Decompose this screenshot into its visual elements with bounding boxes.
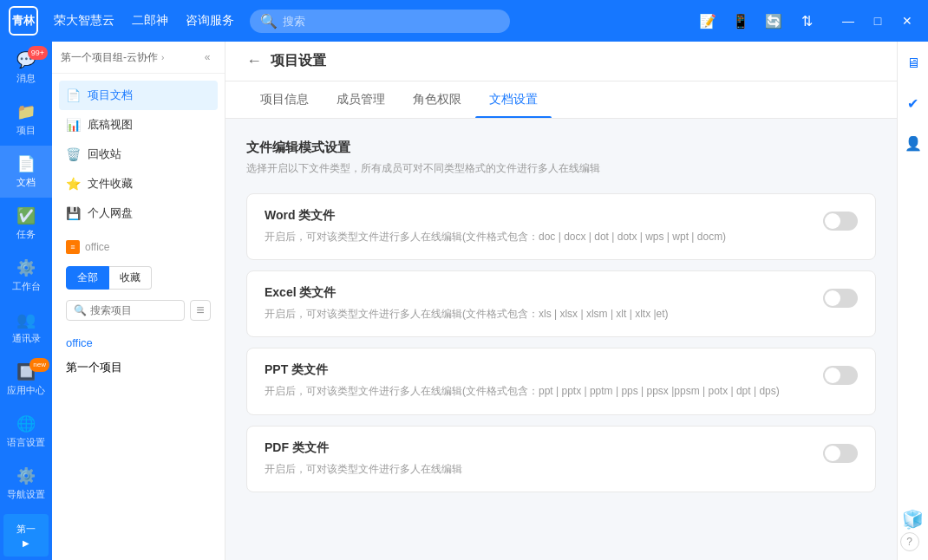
sidebar-item-doc[interactable]: 📄 文档 bbox=[0, 146, 52, 198]
pdf-card-content: PDF 类文件 开启后，可对该类型文件进行多人在线编辑 bbox=[265, 440, 813, 478]
list-item-first-project[interactable]: 第一个项目 bbox=[66, 355, 211, 381]
ppt-toggle-wrap bbox=[823, 366, 858, 385]
menu-item-label-project-doc: 项目文档 bbox=[88, 88, 133, 103]
sidebar-item-language[interactable]: 🌐 语言设置 bbox=[0, 406, 52, 458]
topbar-search: 🔍 bbox=[250, 10, 510, 33]
left-panel: 第一个项目组-云协作 › « 📄 项目文档 📊 底稿视图 🗑️ 回收站 ⭐ 文件… bbox=[52, 42, 225, 560]
topbar-right: 📝 📱 🔄 ⇅ — □ ✕ bbox=[696, 9, 919, 33]
sidebar-item-label-appcenter: 应用中心 bbox=[7, 384, 45, 397]
nav-cloud[interactable]: 荣大智慧云 bbox=[54, 13, 114, 29]
section-title: 文件编辑模式设置 bbox=[246, 140, 876, 156]
task-icon: ✅ bbox=[16, 206, 36, 225]
sidebar-item-project[interactable]: 📁 项目 bbox=[0, 94, 52, 146]
sidebar-item-message[interactable]: 99+ 💬 消息 bbox=[0, 42, 52, 94]
right-user-icon[interactable]: 👤 bbox=[900, 130, 926, 156]
nav-erlang[interactable]: 二郎神 bbox=[132, 13, 168, 29]
ppt-card-desc: 开启后，可对该类型文件进行多人在线编辑(文件格式包含：ppt | pptx | … bbox=[265, 383, 813, 400]
menu-item-draft-view[interactable]: 📊 底稿视图 bbox=[52, 110, 225, 140]
draft-view-icon: 📊 bbox=[66, 118, 81, 132]
minimize-button[interactable]: — bbox=[836, 9, 860, 33]
office-section-label: office bbox=[85, 241, 109, 253]
sidebar-item-task[interactable]: ✅ 任务 bbox=[0, 198, 52, 250]
ppt-toggle[interactable] bbox=[823, 366, 858, 385]
sidebar-item-nav-settings[interactable]: ⚙️ 导航设置 bbox=[0, 458, 52, 510]
tabs-row: 全部 收藏 bbox=[52, 259, 225, 296]
menu-item-file-collect[interactable]: ⭐ 文件收藏 bbox=[52, 169, 225, 199]
content-header: ← 项目设置 bbox=[225, 42, 897, 81]
recycle-icon: 🗑️ bbox=[66, 147, 81, 161]
tab-role-permissions[interactable]: 角色权限 bbox=[399, 81, 475, 118]
excel-card-title: Excel 类文件 bbox=[265, 285, 813, 301]
note-icon[interactable]: 📝 bbox=[696, 9, 720, 33]
phone-icon[interactable]: 📱 bbox=[729, 9, 753, 33]
main-layout: 99+ 💬 消息 📁 项目 📄 文档 ✅ 任务 ⚙️ 工作台 👥 通讯录 new… bbox=[0, 42, 928, 560]
sidebar-item-label-project: 项目 bbox=[16, 124, 36, 137]
pdf-toggle-wrap bbox=[823, 444, 858, 463]
personal-disk-icon: 💾 bbox=[66, 206, 81, 220]
project-search-input[interactable] bbox=[90, 304, 177, 316]
excel-toggle-wrap bbox=[823, 289, 858, 308]
sidebar-item-label-language: 语言设置 bbox=[7, 436, 45, 449]
pdf-card-desc: 开启后，可对该类型文件进行多人在线编辑 bbox=[265, 461, 813, 478]
sidebar-item-label-message: 消息 bbox=[16, 72, 36, 85]
menu-item-label-file-collect: 文件收藏 bbox=[88, 176, 133, 192]
tab-project-info[interactable]: 项目信息 bbox=[246, 81, 323, 118]
menu-item-personal-disk[interactable]: 💾 个人网盘 bbox=[52, 199, 225, 228]
search-row: 🔍 ≡ bbox=[52, 296, 225, 324]
pdf-toggle[interactable] bbox=[823, 444, 858, 463]
right-screen-icon[interactable]: 🖥 bbox=[900, 50, 926, 76]
sidebar-item-workspace[interactable]: ⚙️ 工作台 bbox=[0, 250, 52, 302]
project-search-box: 🔍 bbox=[66, 300, 185, 321]
sync-icon[interactable]: ⇅ bbox=[794, 9, 819, 33]
close-button[interactable]: ✕ bbox=[895, 9, 919, 33]
list-item-office[interactable]: office bbox=[66, 331, 211, 355]
bottom-project-label: 第一 bbox=[16, 523, 36, 536]
section-title-office: ≡ office bbox=[52, 235, 225, 259]
content-tabs: 项目信息 成员管理 角色权限 文档设置 bbox=[225, 81, 897, 119]
tab-doc-settings[interactable]: 文档设置 bbox=[475, 81, 552, 118]
right-check-icon[interactable]: ✔ bbox=[900, 90, 926, 116]
menu-item-project-doc[interactable]: 📄 项目文档 bbox=[59, 81, 218, 110]
search-icon: 🔍 bbox=[260, 13, 278, 29]
panel-header: 第一个项目组-云协作 › « bbox=[52, 42, 225, 74]
menu-item-label-recycle: 回收站 bbox=[88, 147, 121, 162]
word-toggle-wrap bbox=[823, 212, 858, 231]
refresh-icon[interactable]: 🔄 bbox=[761, 9, 786, 33]
sidebar-icons: 99+ 💬 消息 📁 项目 📄 文档 ✅ 任务 ⚙️ 工作台 👥 通讯录 new… bbox=[0, 42, 52, 560]
search-project-icon: 🔍 bbox=[74, 304, 87, 316]
help-button[interactable]: ? bbox=[900, 532, 919, 551]
ppt-file-card: PPT 类文件 开启后，可对该类型文件进行多人在线编辑(文件格式包含：ppt |… bbox=[246, 348, 876, 414]
menu-item-label-personal-disk: 个人网盘 bbox=[88, 205, 133, 221]
tab-member-mgmt[interactable]: 成员管理 bbox=[323, 81, 399, 118]
word-card-content: Word 类文件 开启后，可对该类型文件进行多人在线编辑(文件格式包含：doc … bbox=[265, 208, 813, 245]
menu-item-recycle[interactable]: 🗑️ 回收站 bbox=[52, 140, 225, 169]
sidebar-item-bottom-project[interactable]: 第一 ▶ bbox=[3, 514, 49, 557]
excel-toggle[interactable] bbox=[823, 289, 858, 308]
section-desc: 选择开启以下文件类型，所有成员可对不同类型格式的文件进行多人在线编辑 bbox=[246, 161, 876, 176]
excel-card-desc: 开启后，可对该类型文件进行多人在线编辑(文件格式包含：xls | xlsx | … bbox=[265, 306, 813, 322]
ppt-card-title: PPT 类文件 bbox=[265, 362, 813, 378]
pdf-file-card: PDF 类文件 开启后，可对该类型文件进行多人在线编辑 bbox=[246, 426, 876, 492]
collapse-button[interactable]: « bbox=[199, 49, 216, 66]
nav-settings-icon: ⚙️ bbox=[16, 466, 36, 485]
breadcrumb-arrow-icon: › bbox=[161, 53, 164, 62]
tab-collect[interactable]: 收藏 bbox=[109, 266, 152, 290]
nav-consult[interactable]: 咨询服务 bbox=[186, 13, 234, 29]
project-doc-icon: 📄 bbox=[66, 88, 81, 102]
sidebar-item-appcenter[interactable]: new 🔲 应用中心 bbox=[0, 354, 52, 406]
right-bot-icon[interactable]: 🧊 bbox=[900, 506, 926, 532]
word-toggle[interactable] bbox=[823, 212, 858, 231]
filter-button[interactable]: ≡ bbox=[190, 300, 211, 321]
message-badge: 99+ bbox=[28, 46, 48, 60]
appcenter-badge: new bbox=[29, 358, 49, 372]
sidebar-item-label-doc: 文档 bbox=[16, 176, 36, 189]
back-button[interactable]: ← bbox=[246, 52, 262, 70]
search-input[interactable] bbox=[283, 15, 500, 28]
excel-card-content: Excel 类文件 开启后，可对该类型文件进行多人在线编辑(文件格式包含：xls… bbox=[265, 285, 813, 322]
project-list: office 第一个项目 bbox=[52, 324, 225, 387]
tab-all[interactable]: 全部 bbox=[66, 266, 109, 290]
ppt-card-content: PPT 类文件 开启后，可对该类型文件进行多人在线编辑(文件格式包含：ppt |… bbox=[265, 362, 813, 400]
sidebar-item-contacts[interactable]: 👥 通讯录 bbox=[0, 302, 52, 354]
language-icon: 🌐 bbox=[16, 414, 36, 433]
maximize-button[interactable]: □ bbox=[866, 9, 890, 33]
